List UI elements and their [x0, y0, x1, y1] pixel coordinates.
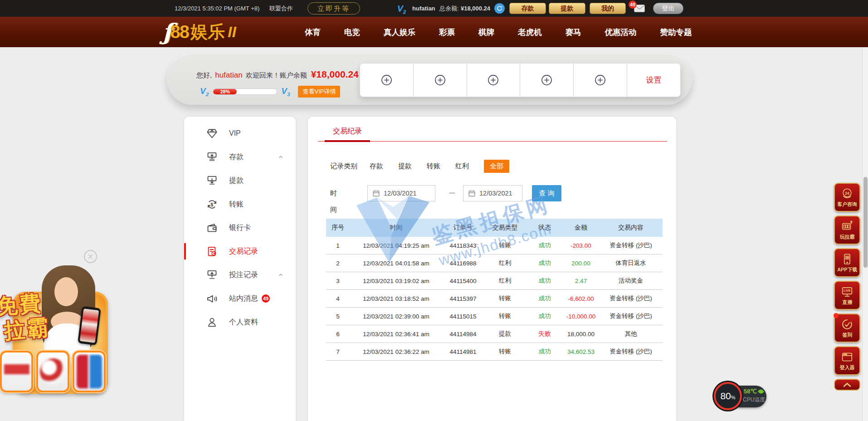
cell-time: 12/03/2021 02:39:00 am	[350, 313, 443, 320]
rail-live-button[interactable]: LIVE 直播	[834, 281, 860, 310]
add-shortcut-slot[interactable]	[413, 64, 467, 97]
topbar-username[interactable]: hufatian	[412, 0, 435, 17]
app-icon	[840, 252, 854, 266]
launcher-icon	[840, 350, 854, 364]
nav-item[interactable]: 电竞	[344, 27, 360, 38]
alliance-link[interactable]: 联盟合作	[269, 0, 293, 17]
betting-icon	[206, 269, 218, 281]
tab-transaction-records[interactable]: 交易纪录	[333, 127, 362, 136]
close-icon	[87, 253, 94, 260]
logo-88: 88	[171, 22, 189, 42]
logo-text: 娱乐	[190, 20, 225, 44]
rail-slot-button[interactable]: 玩拉霸	[834, 215, 860, 245]
deposit-button[interactable]: 存款	[509, 3, 546, 14]
nav-item[interactable]: 棋牌	[478, 27, 494, 38]
nav-item[interactable]: 真人娱乐	[384, 27, 415, 38]
upgrade-button[interactable]: 立即升等	[307, 2, 360, 15]
sidebar-item-gem[interactable]: VIP	[184, 122, 296, 145]
date-to-input[interactable]: 12/03/2021	[463, 185, 522, 201]
filter-option[interactable]: 转账	[427, 162, 440, 171]
cell-time: 12/03/2021 02:36:22 am	[350, 348, 443, 355]
sidebar-item-label: 存款	[229, 152, 244, 162]
cell-no: 6	[326, 331, 350, 338]
cell-type: 红利	[483, 259, 527, 267]
query-button[interactable]: 查 询	[532, 185, 561, 201]
rail-collapse-button[interactable]	[834, 379, 860, 391]
table-header: 序号时间订单号交易类型状态金额交易内容	[326, 219, 663, 237]
topbar: 12/3/2021 5:35:02 PM (GMT +8) 联盟合作 立即升等 …	[0, 0, 868, 17]
calendar-icon	[468, 190, 476, 197]
page-scrollbar[interactable]	[862, 47, 868, 421]
promo-banner[interactable]: 免費 拉霸	[0, 265, 111, 395]
nav-item[interactable]: 优惠活动	[605, 27, 637, 38]
sidebar-item-label: 投注记录	[229, 270, 258, 280]
wallet-icon	[206, 222, 218, 234]
cell-content: 资金转移 (沙巴)	[599, 348, 663, 356]
add-shortcut-slot[interactable]	[467, 64, 520, 97]
column-header: 状态	[527, 224, 563, 232]
nav-item[interactable]: 赞助专题	[660, 27, 692, 38]
table-row: 1 12/03/2021 04:19:25 am 44118343 转账 成功 …	[326, 237, 663, 255]
cell-status: 成功	[527, 241, 563, 250]
filter-option[interactable]: 提款	[398, 162, 412, 171]
nav-item[interactable]: 体育	[305, 27, 321, 38]
mail-button[interactable]: 49	[634, 5, 645, 12]
sidebar-item-betting[interactable]: 投注记录	[184, 263, 296, 287]
cpu-monitor-widget: 80% 58℃ CPU温度	[714, 382, 767, 411]
rail-service24-button[interactable]: 24 客户咨询	[834, 183, 860, 212]
vip-details-button[interactable]: 查看VIP详情	[298, 86, 340, 98]
add-shortcut-slot[interactable]	[360, 64, 413, 97]
site-logo[interactable]: ƒ 88 娱乐 II	[162, 17, 236, 47]
cell-time: 12/03/2021 02:36:41 am	[350, 331, 443, 338]
date-from-value: 12/03/2021	[384, 190, 417, 197]
nav-item[interactable]: 赛马	[566, 27, 581, 38]
nav-item[interactable]: 老虎机	[518, 27, 542, 38]
sidebar-item-person[interactable]: 个人资料	[184, 310, 296, 334]
column-header: 交易类型	[483, 224, 527, 232]
rail-button-label: 客户咨询	[837, 201, 857, 207]
filter-option[interactable]: 存款	[370, 162, 383, 171]
add-shortcut-slot[interactable]	[520, 64, 573, 97]
sidebar-item-megaphone[interactable]: 站内消息 49	[184, 287, 296, 310]
rail-checkin-button[interactable]: 签到	[834, 313, 860, 343]
rail-app-button[interactable]: APP下载	[834, 248, 860, 277]
mine-button[interactable]: 我的	[590, 3, 626, 14]
logout-button[interactable]: 登出	[653, 3, 683, 14]
sidebar-item-transfer[interactable]: $ 转账	[184, 192, 296, 216]
add-shortcut-slot[interactable]	[573, 64, 627, 97]
table-row: 7 12/03/2021 02:36:22 am 44114981 转账 成功 …	[326, 343, 663, 361]
chevron-up-icon	[278, 272, 284, 278]
shortcut-slots	[360, 64, 627, 97]
nav-item[interactable]: 彩票	[439, 27, 455, 38]
filter-option-active[interactable]: 全部	[484, 160, 509, 173]
sidebar-item-transaction[interactable]: 交易记录	[184, 240, 296, 263]
logo-suffix: II	[228, 23, 236, 41]
service24-icon: 24	[840, 187, 854, 201]
refresh-balance-button[interactable]	[494, 3, 505, 14]
cell-no: 3	[326, 278, 350, 284]
svg-text:24: 24	[845, 191, 849, 196]
promo-close-button[interactable]	[84, 250, 97, 263]
rail-button-label: APP下载	[837, 266, 857, 273]
sidebar-item-withdraw[interactable]: 提款	[184, 169, 296, 192]
filter-option[interactable]: 红利	[455, 162, 469, 171]
sidebar-item-deposit[interactable]: 存款	[184, 145, 296, 169]
scrollbar-thumb[interactable]	[863, 177, 868, 268]
tab-divider	[318, 141, 667, 142]
cell-order: 44114981	[443, 348, 483, 355]
cell-order: 44115400	[443, 278, 483, 284]
cell-amount: -203.00	[563, 242, 599, 249]
promo-title-line2: 拉霸	[3, 314, 51, 343]
sidebar-item-wallet[interactable]: 银行卡	[184, 216, 296, 240]
mail-count-badge: 49	[629, 0, 637, 9]
withdraw-button[interactable]: 提款	[549, 3, 585, 14]
transfer-icon: $	[206, 198, 218, 210]
cell-no: 5	[326, 313, 350, 320]
record-type-filter: 记录类别 存款提款转账红利全部	[330, 159, 509, 173]
date-range-separator: 一	[449, 185, 455, 201]
vip-current-badge: V2	[200, 86, 209, 97]
date-from-input[interactable]: 12/03/2021	[367, 185, 435, 201]
shortcut-settings-button[interactable]: 设置	[627, 64, 680, 97]
rail-launcher-button[interactable]: 登入器	[834, 346, 860, 375]
cell-time: 12/03/2021 03:19:02 am	[350, 278, 443, 284]
